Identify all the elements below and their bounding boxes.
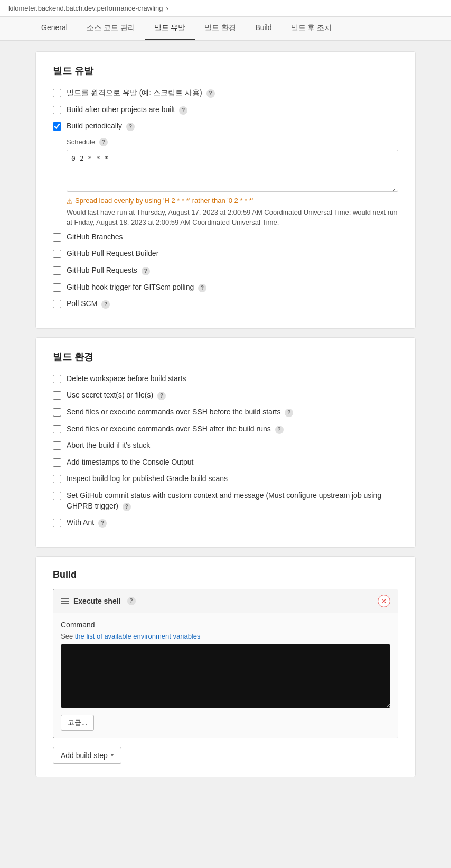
checkbox-inspect-gradle[interactable] [53,475,61,483]
env-vars-link[interactable]: the list of available environment variab… [75,632,201,640]
checkbox-poll-scm[interactable] [53,300,61,308]
drag-handle-icon[interactable] [61,598,69,604]
shell-card-body: Command See the list of available enviro… [53,613,398,738]
tabs-bar: General 소스 코드 관리 빌드 유발 빌드 환경 Build 빌드 후 … [0,17,451,41]
execute-shell-card: Execute shell ? × Command See the list o… [53,589,398,738]
advanced-button[interactable]: 고급... [61,715,94,731]
checkbox-build-periodically[interactable] [53,122,61,131]
schedule-textarea[interactable]: 0 2 * * * [67,150,398,192]
label-poll-scm: Poll SCM ? [67,299,110,309]
help-icon-schedule[interactable]: ? [99,138,108,146]
close-execute-shell-button[interactable]: × [378,595,390,607]
label-delete-workspace: Delete workspace before build starts [67,374,186,384]
label-inspect-gradle: Inspect build log for published Gradle b… [67,474,228,484]
checkbox-github-pull-requests[interactable] [53,266,61,275]
label-use-secret: Use secret text(s) or file(s) ? [67,390,166,401]
help-icon-with-ant[interactable]: ? [98,519,107,528]
checkbox-ssh-after[interactable] [53,425,61,433]
shell-card-title: Execute shell ? [61,597,136,605]
checkbox-use-secret[interactable] [53,391,61,400]
build-section: Build Execute shell ? × [35,556,416,777]
warning-icon: ⚠ [67,197,73,205]
help-icon-after-other[interactable]: ? [179,106,187,115]
label-github-pr-builder: GitHub Pull Request Builder [67,248,158,259]
checkbox-row-delete-workspace: Delete workspace before build starts [53,374,398,384]
help-icon-use-secret[interactable]: ? [157,392,166,400]
tab-build-env[interactable]: 빌드 환경 [195,17,246,40]
help-icon-github-commit-status[interactable]: ? [123,503,131,511]
label-ssh-after: Send files or execute commands over SSH … [67,424,284,435]
checkbox-row-use-secret: Use secret text(s) or file(s) ? [53,390,398,401]
checkbox-github-branches[interactable] [53,233,61,242]
tab-build-trigger[interactable]: 빌드 유발 [145,17,195,40]
label-github-commit-status: Set GitHub commit status with custom con… [67,491,398,511]
build-trigger-title: 빌드 유발 [53,64,398,77]
checkbox-row-remote-trigger: 빌드를 원격으로 유발 (예: 스크립트 사용) ? [53,88,398,98]
shell-card-header: Execute shell ? × [53,589,398,613]
checkbox-row-ssh-before: Send files or execute commands over SSH … [53,407,398,418]
checkbox-row-build-periodically: Build periodically ? [53,121,398,132]
breadcrumb-chevron: › [166,4,168,12]
help-icon-github-pull-requests[interactable]: ? [142,267,150,275]
checkbox-row-github-hook-trigger: GitHub hook trigger for GITScm polling ? [53,282,398,293]
checkbox-row-after-other: Build after other projects are built ? [53,105,398,115]
help-icon-ssh-after[interactable]: ? [275,426,284,434]
help-icon-execute-shell[interactable]: ? [127,597,136,605]
label-github-hook-trigger: GitHub hook trigger for GITScm polling ? [67,282,206,293]
checkbox-row-github-commit-status: Set GitHub commit status with custom con… [53,491,398,511]
label-add-timestamps: Add timestamps to the Console Output [67,457,193,468]
topbar: kilometer.backend.batch.dev.performance-… [0,0,451,17]
add-build-step-button[interactable]: Add build step ▾ [53,747,121,764]
checkbox-row-ssh-after: Send files or execute commands over SSH … [53,424,398,435]
checkbox-delete-workspace[interactable] [53,375,61,383]
dropdown-arrow-icon: ▾ [111,752,114,758]
checkbox-github-pr-builder[interactable] [53,250,61,258]
breadcrumb-text: kilometer.backend.batch.dev.performance-… [8,4,163,12]
label-build-periodically: Build periodically ? [67,121,135,132]
help-icon-build-periodically[interactable]: ? [126,123,135,131]
env-vars-text: See the list of available environment va… [61,632,390,640]
checkbox-row-abort-stuck: Abort the build if it's stuck [53,440,398,451]
checkbox-add-timestamps[interactable] [53,458,61,467]
help-icon-poll-scm[interactable]: ? [101,300,110,309]
label-with-ant: With Ant ? [67,518,107,528]
execute-shell-label: Execute shell [73,597,121,605]
build-trigger-section: 빌드 유발 빌드를 원격으로 유발 (예: 스크립트 사용) ? Build a… [35,51,416,329]
checkbox-row-add-timestamps: Add timestamps to the Console Output [53,457,398,468]
checkbox-row-github-branches: GitHub Branches [53,232,398,243]
label-github-branches: GitHub Branches [67,232,123,243]
checkbox-row-github-pull-requests: GitHub Pull Requests ? [53,265,398,276]
checkbox-row-poll-scm: Poll SCM ? [53,299,398,309]
tab-post-build[interactable]: 빌드 후 조치 [281,17,342,40]
checkbox-row-inspect-gradle: Inspect build log for published Gradle b… [53,474,398,484]
build-section-title: Build [53,569,398,580]
schedule-warning: ⚠ Spread load evenly by using 'H 2 * * *… [67,197,398,205]
help-icon-github-hook-trigger[interactable]: ? [198,284,206,292]
tab-build[interactable]: Build [246,17,281,40]
command-label: Command [61,621,390,629]
checkbox-after-other[interactable] [53,106,61,114]
schedule-label: Schedule ? [67,138,398,146]
label-after-other: Build after other projects are built ? [67,105,187,115]
checkbox-abort-stuck[interactable] [53,441,61,450]
add-build-step-label: Add build step [61,751,108,760]
checkbox-with-ant[interactable] [53,519,61,527]
build-env-title: 빌드 환경 [53,350,398,363]
checkbox-row-with-ant: With Ant ? [53,518,398,528]
label-remote-trigger: 빌드를 원격으로 유발 (예: 스크립트 사용) ? [67,88,215,98]
label-abort-stuck: Abort the build if it's stuck [67,440,150,451]
label-github-pull-requests: GitHub Pull Requests ? [67,265,150,276]
checkbox-github-commit-status[interactable] [53,492,61,500]
checkbox-ssh-before[interactable] [53,408,61,417]
help-icon-ssh-before[interactable]: ? [285,409,293,417]
label-ssh-before: Send files or execute commands over SSH … [67,407,293,418]
tab-source-code[interactable]: 소스 코드 관리 [77,17,145,40]
checkbox-row-github-pr-builder: GitHub Pull Request Builder [53,248,398,259]
help-icon-remote-trigger[interactable]: ? [206,89,215,98]
tab-general[interactable]: General [32,17,77,40]
schedule-block: Schedule ? 0 2 * * * ⚠ Spread load evenl… [67,138,398,228]
checkbox-github-hook-trigger[interactable] [53,283,61,292]
build-env-section: 빌드 환경 Delete workspace before build star… [35,337,416,548]
checkbox-remote-trigger[interactable] [53,89,61,97]
command-textarea[interactable] [61,644,390,708]
